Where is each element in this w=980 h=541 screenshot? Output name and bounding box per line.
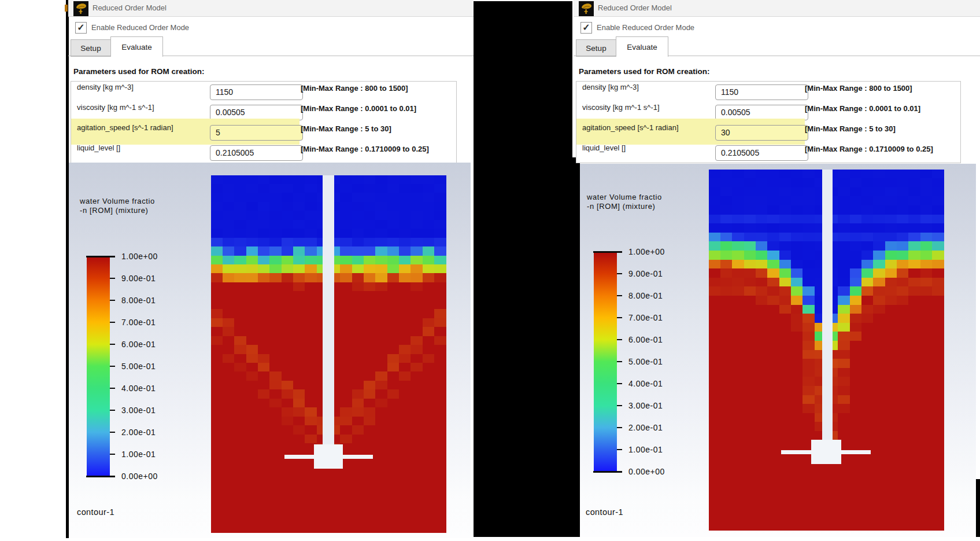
field-label-right: water Volume fractio -n [ROM] (mixture) [587, 193, 662, 211]
param-minmax-range-left: [Min-Max Range : 5 to 30] [301, 124, 391, 133]
panel-gap-black-strip [474, 1, 572, 537]
param-minmax-range-right: [Min-Max Range : 5 to 30] [805, 124, 896, 133]
fluent-rom-icon-left [73, 1, 88, 16]
param-label-left: density [kg m^-3] [77, 83, 134, 91]
contour-plot-left[interactable] [211, 175, 446, 533]
tab-setup-right[interactable]: Setup [576, 39, 616, 57]
colorbar-tick-label-right: 8.00e-01 [628, 291, 663, 300]
left-edge-artifact [65, 5, 68, 12]
colorbar-tick-label-right: 3.00e-01 [628, 401, 663, 410]
field-label-left: water Volume fractio -n [ROM] (mixture) [80, 197, 155, 215]
colorbar-tick-left [110, 454, 115, 455]
enable-rom-label-left: Enable Reduced Order Mode [91, 23, 189, 32]
colorbar-tick-left [110, 322, 115, 323]
colorbar-tick-label-right: 0.00e+00 [628, 467, 665, 476]
colorbar-tick-right [617, 427, 622, 428]
colorbar-tick-label-left: 6.00e-01 [121, 340, 156, 349]
colorbar-tick-label-right: 1.00e-01 [628, 445, 663, 454]
tab-evaluate-left[interactable]: Evaluate [110, 36, 163, 57]
contour-plot-right[interactable] [709, 170, 944, 531]
colorbar-tick-right [617, 339, 622, 340]
param-minmax-range-right: [Min-Max Range : 0.0001 to 0.01] [805, 104, 920, 113]
param-value-input-right[interactable]: 1150 [715, 84, 808, 100]
colorbar-tick-right [617, 449, 622, 450]
param-label-left: viscosity [kg m^-1 s^-1] [77, 103, 154, 112]
colorbar-tick-label-right: 6.00e-01 [628, 335, 663, 344]
param-label-left: agitation_speed [s^-1 radian] [77, 123, 173, 132]
colorbar-tick-label-left: 9.00e-01 [121, 274, 156, 283]
colorbar-tick-label-right: 9.00e-01 [628, 269, 663, 278]
contour-name-label-right: contour-1 [586, 507, 623, 517]
colorbar-tick-label-left: 7.00e-01 [121, 318, 156, 327]
param-label-right: density [kg m^-3] [582, 83, 639, 91]
enable-rom-label-right: Enable Reduced Order Mode [597, 23, 694, 32]
colorbar-cap-left [86, 476, 115, 477]
colorbar-tick-left [110, 300, 115, 301]
param-minmax-range-left: [Min-Max Range : 0.1710009 to 0.25] [301, 145, 429, 153]
fluent-rom-icon-right [579, 1, 594, 16]
param-value-input-right[interactable]: 30 [715, 125, 808, 141]
colorbar-cap-right [593, 471, 622, 473]
colorbar-tick-right [617, 405, 622, 406]
colorbar-tick-left [110, 432, 115, 433]
colorbar-tick-label-left: 4.00e-01 [121, 384, 156, 393]
params-header-right: Parameters used for ROM creation: [579, 67, 710, 76]
colorbar-tick-left [110, 410, 115, 411]
colorbar-tick-right [617, 295, 622, 296]
param-label-right: liquid_level [] [582, 143, 626, 152]
param-value-input-left[interactable]: 5 [210, 125, 303, 141]
param-label-left: liquid_level [] [77, 143, 120, 152]
colorbar-tick-label-right: 2.00e-01 [628, 423, 663, 432]
colorbar-cap-left [86, 256, 115, 257]
colorbar-left [87, 256, 110, 476]
param-minmax-range-right: [Min-Max Range : 800 to 1500] [805, 84, 912, 93]
colorbar-tick-label-left: 1.00e+00 [121, 252, 158, 261]
colorbar-right [594, 252, 617, 472]
window-title-right: Reduced Order Model [598, 0, 672, 16]
params-header-left: Parameters used for ROM creation: [73, 67, 205, 76]
colorbar-tick-label-left: 2.00e-01 [121, 428, 156, 437]
colorbar-tick-right [617, 273, 622, 274]
colorbar-cap-right [593, 251, 622, 253]
param-label-right: viscosity [kg m^-1 s^-1] [582, 103, 660, 112]
colorbar-tick-label-left: 8.00e-01 [121, 296, 156, 305]
param-value-input-right[interactable]: 0.2105005 [715, 145, 808, 161]
colorbar-tick-label-right: 7.00e-01 [628, 313, 663, 322]
param-value-input-left[interactable]: 0.2105005 [210, 145, 303, 161]
colorbar-tick-label-left: 0.00e+00 [121, 472, 158, 481]
colorbar-tick-label-right: 5.00e-01 [628, 357, 663, 366]
enable-rom-checkbox-right[interactable]: ✓ [580, 22, 592, 34]
param-value-input-right[interactable]: 0.00505 [715, 105, 808, 120]
param-minmax-range-right: [Min-Max Range : 0.1710009 to 0.25] [805, 145, 933, 153]
colorbar-tick-label-left: 3.00e-01 [121, 406, 156, 415]
param-value-input-left[interactable]: 0.00505 [210, 105, 303, 120]
colorbar-tick-label-right: 4.00e-01 [628, 379, 663, 388]
panel-gap-black-sliver [572, 157, 580, 537]
colorbar-tick-right [617, 317, 622, 318]
colorbar-tick-left [110, 278, 115, 279]
tab-setup-left[interactable]: Setup [71, 39, 111, 57]
colorbar-tick-label-left: 1.00e-01 [121, 450, 156, 459]
contour-name-label-left: contour-1 [77, 507, 114, 517]
colorbar-tick-label-left: 5.00e-01 [121, 362, 156, 371]
colorbar-tick-right [617, 383, 622, 384]
colorbar-tick-left [110, 344, 115, 345]
param-minmax-range-left: [Min-Max Range : 0.0001 to 0.01] [301, 104, 416, 113]
tab-evaluate-right[interactable]: Evaluate [616, 36, 668, 57]
param-label-right: agitation_speed [s^-1 radian] [582, 123, 679, 132]
window-title-left: Reduced Order Model [93, 0, 167, 16]
colorbar-tick-left [110, 366, 115, 367]
colorbar-tick-left [110, 388, 115, 389]
colorbar-tick-right [617, 361, 622, 362]
param-minmax-range-left: [Min-Max Range : 800 to 1500] [301, 84, 408, 93]
colorbar-tick-label-right: 1.00e+00 [628, 247, 665, 256]
enable-rom-checkbox-left[interactable]: ✓ [75, 22, 87, 34]
screenshot-root: Reduced Order Model ✓ Enable Reduced Ord… [0, 0, 980, 541]
param-value-input-left[interactable]: 1150 [210, 84, 303, 100]
